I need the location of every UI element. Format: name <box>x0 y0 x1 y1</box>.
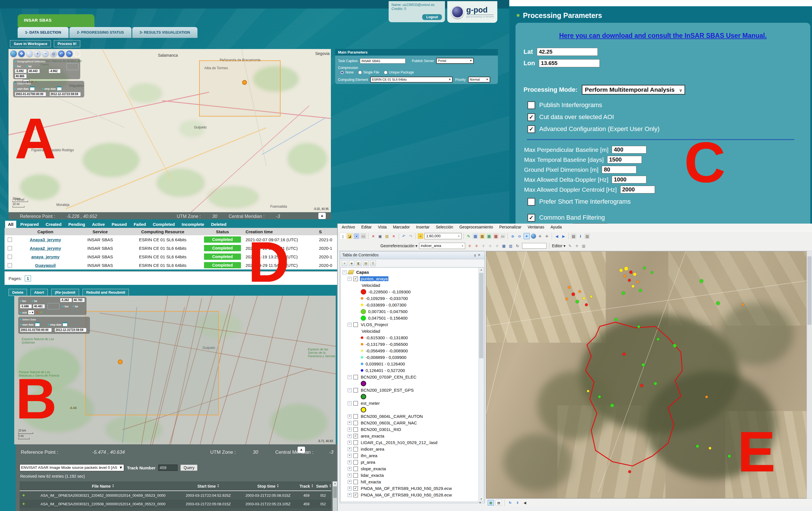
filter-tab-created[interactable]: Created <box>43 221 64 228</box>
zoom-out-icon[interactable]: − <box>42 50 49 57</box>
user-manual-link[interactable]: Here you can download and consult the In… <box>516 32 810 39</box>
tab-3-results-visualization[interactable]: 3- RESULTS VISUALIZATION <box>132 27 198 38</box>
layer-checkbox[interactable] <box>353 401 358 406</box>
georef-tool-icon[interactable]: ▥ <box>508 243 514 249</box>
magnifier-icon[interactable] <box>26 50 33 57</box>
param-input[interactable]: 1500 <box>607 156 642 163</box>
georeferencing-menu[interactable]: Georreferenciación ▾ <box>380 244 417 248</box>
toc-view-icon[interactable]: ☰ <box>370 260 376 266</box>
layer-checkbox[interactable] <box>353 480 358 484</box>
start-date-input[interactable]: 2002-01-01T00:00:00 <box>20 328 52 332</box>
georef-tool-icon[interactable]: ↻ <box>515 243 520 249</box>
process-it-button[interactable]: Process It! <box>54 40 80 47</box>
compression-option[interactable]: Unique Package <box>384 70 414 74</box>
option-publish-interferograms[interactable]: Publish Interferograms <box>527 99 660 111</box>
expander-icon[interactable]: + <box>348 454 352 458</box>
add-file-icon[interactable]: + <box>20 510 28 511</box>
processing-mode-select[interactable]: Perform Multitemporal Analysis∨ <box>582 85 685 95</box>
sketch-icon[interactable]: ✎ <box>466 233 471 239</box>
action--re-submit[interactable]: (Re-)submit <box>51 289 79 296</box>
layer-checkbox[interactable] <box>353 460 358 464</box>
checkbox-icon[interactable] <box>527 198 535 206</box>
lon-max-input[interactable]: -4.962 <box>49 69 61 73</box>
layer-checkbox[interactable] <box>353 440 358 445</box>
file-column-header[interactable]: Stop time▲▼ <box>238 484 298 488</box>
filter-tab-incomplete[interactable]: Incomplete <box>179 221 207 228</box>
layer-name[interactable]: BCN200_1002P_EST_GPS <box>360 388 414 393</box>
radio-icon[interactable] <box>384 71 387 74</box>
row-checkbox[interactable] <box>8 238 12 242</box>
param-input[interactable]: 80 <box>602 166 636 173</box>
open-icon[interactable]: ◪ <box>347 233 352 239</box>
georef-tool-icon[interactable]: ▦ <box>501 243 507 249</box>
layer-checkbox[interactable] <box>353 414 358 419</box>
aoi-select[interactable]: -- ▾ <box>28 310 34 315</box>
filter-tab-active[interactable]: Active <box>89 221 108 228</box>
computing-element-select[interactable]: ESRIN CE 01 SL6 64bits▼ <box>370 77 453 83</box>
layer-name[interactable]: PNOA_MA_OF_ETRS89_HU30_h50_0529.ecw <box>360 486 453 491</box>
expander-icon[interactable]: − <box>348 388 352 392</box>
lon-min-input[interactable]: -5.686 <box>20 304 32 308</box>
layer-item[interactable]: −est_meter <box>343 400 478 406</box>
layer-checkbox[interactable] <box>353 375 358 379</box>
layer-checkbox[interactable] <box>353 454 358 458</box>
toc-view-icon[interactable]: ▤ <box>363 260 369 266</box>
aoi-rectangle[interactable] <box>199 60 281 116</box>
select-features-icon[interactable]: ▧ <box>571 233 576 239</box>
window-icon[interactable]: ▭ <box>500 233 505 239</box>
calendar-icon[interactable] <box>35 322 40 326</box>
layer-name[interactable]: VLOS_Project <box>360 322 389 327</box>
identify-icon[interactable]: ℹ <box>578 233 583 239</box>
param-input[interactable]: 2000 <box>620 186 655 193</box>
add-file-icon[interactable]: + <box>20 501 28 507</box>
layer-item[interactable]: +✓area_exacta <box>343 433 478 439</box>
stop-date-input[interactable]: 2012-12-31T23:59:59 <box>50 92 81 96</box>
param-input[interactable]: 1000 <box>612 176 646 183</box>
fixed-zoom-out-icon[interactable]: ✛ <box>544 233 550 239</box>
layer-name[interactable]: indicer_area <box>360 447 385 452</box>
layer-item[interactable]: −BCN200_1002P_EST_GPS <box>343 387 478 393</box>
layer-item[interactable]: +BCN200_0301L_RIO <box>343 426 478 433</box>
file-column-header[interactable]: File Name▲▼ <box>28 484 178 488</box>
layer-name[interactable]: BCN200_0703P_CEN_ELEC <box>360 375 417 379</box>
expander-icon[interactable]: − <box>343 270 347 274</box>
map-vertical-scrollbar[interactable] <box>807 251 812 499</box>
layer-name[interactable]: hill_exacta <box>360 479 382 484</box>
delete-icon[interactable]: ✕ <box>391 233 397 239</box>
layer-item[interactable]: +BCN200_0604L_CARR_AUTON <box>343 413 478 420</box>
expander-icon[interactable]: + <box>348 441 352 445</box>
radio-icon[interactable] <box>358 71 362 74</box>
layer-name[interactable]: BCN200_0603L_CARR_NAC <box>360 421 418 425</box>
refinement-map[interactable]: GuijueloA-66Espacio Natural de Las Quila… <box>14 296 336 445</box>
fixed-zoom-in-icon[interactable]: ✛ <box>537 233 543 239</box>
option-advanced-configuration-expert-user-only-[interactable]: ✓Advanced Configuration (Expert User Onl… <box>527 123 660 135</box>
new-document-icon[interactable]: ▯ <box>340 233 346 239</box>
paste-icon[interactable]: ▤ <box>384 233 390 239</box>
logout-button[interactable]: Logout <box>422 14 442 20</box>
cut-icon[interactable]: ✕ <box>371 233 376 239</box>
layer-checkbox[interactable] <box>353 466 358 471</box>
expander-icon[interactable]: + <box>348 474 352 477</box>
compression-option[interactable]: None <box>340 70 354 74</box>
data-selection-map[interactable]: SalamancaSegoviaVitigudinoPeñaranda de B… <box>8 49 331 212</box>
task-caption-input[interactable]: INSAR SBAS <box>360 58 405 63</box>
checkbox-icon[interactable] <box>527 101 535 109</box>
zoom-in-icon[interactable]: ⊕ <box>510 233 516 239</box>
layer-checkbox[interactable]: ✓ <box>353 434 358 438</box>
sort-icon[interactable]: ▲▼ <box>311 484 313 488</box>
lat-max-input[interactable]: 40.865 <box>15 74 27 78</box>
layer-item[interactable]: +hill_exacta <box>343 479 478 485</box>
task-link[interactable]: Anaya3_jerymy <box>30 237 61 242</box>
add-data-icon[interactable]: + <box>418 233 423 239</box>
layer-checkbox[interactable]: ✓ <box>353 276 358 281</box>
aoi-center-point[interactable] <box>118 359 123 364</box>
layer-name[interactable]: LIDAR_CyL_2015_h10_0529_212_.lasd <box>360 440 438 445</box>
option-prefer-short-time-interferograms[interactable]: Prefer Short Time Interferograms <box>527 194 631 210</box>
editor-tool-icon[interactable]: ✛ <box>574 243 580 249</box>
toc-view-icon[interactable]: ◈ <box>349 260 354 266</box>
layer-name[interactable]: PNOA_MA_OF_ETRS89_HU30_h50_0528.ecw <box>360 492 453 497</box>
sort-icon[interactable]: ▲▼ <box>277 484 279 488</box>
layer-item[interactable]: +BCN200_0603L_CARR_NAC <box>343 420 478 426</box>
redo-icon[interactable]: ↷ <box>66 50 72 57</box>
sort-icon[interactable]: ▲▼ <box>112 484 114 488</box>
